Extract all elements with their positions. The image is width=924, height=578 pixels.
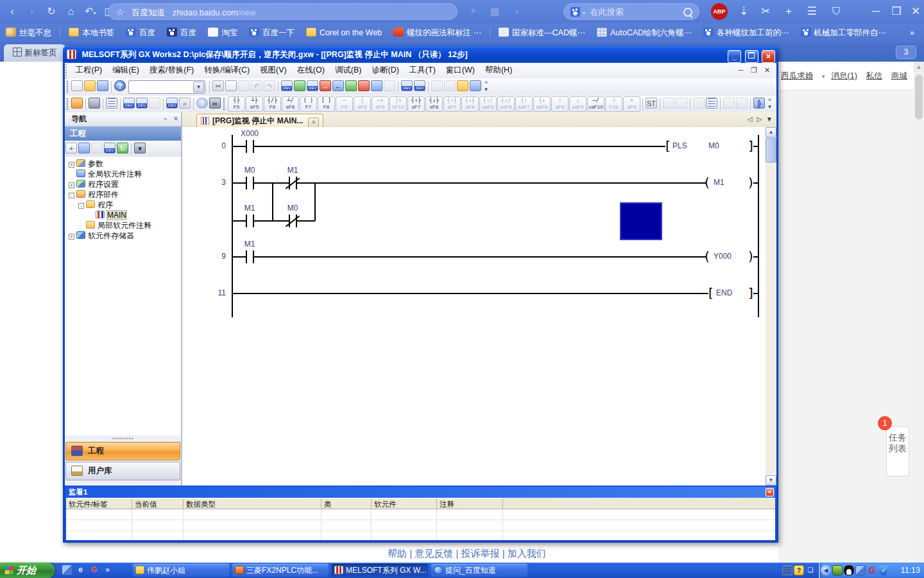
menu-E[interactable]: 编辑(E) bbox=[107, 63, 144, 78]
keyboard-icon[interactable] bbox=[782, 565, 792, 575]
tree-expander-icon[interactable]: + bbox=[69, 182, 74, 188]
watch-empty-row[interactable] bbox=[66, 531, 775, 541]
security-shield-icon[interactable]: ✓ bbox=[878, 565, 889, 575]
ladder-symbol-saF5[interactable]: ┤↑/saF5 bbox=[479, 96, 497, 112]
nav-refresh-icon[interactable]: ↻ bbox=[117, 143, 128, 153]
taskbar-task-2[interactable]: 三菱FX2NPLC功能... bbox=[232, 564, 329, 577]
menu-grip[interactable] bbox=[65, 63, 68, 78]
ladder-symbol-sF5[interactable]: ┴├sF5 bbox=[246, 96, 263, 112]
tree-expander-icon[interactable]: + bbox=[69, 234, 74, 240]
dev-comment-icon[interactable] bbox=[123, 98, 135, 109]
start-button[interactable]: 开始 bbox=[0, 563, 55, 578]
screen-icon[interactable] bbox=[470, 80, 481, 91]
download-icon[interactable]: ⇣ bbox=[733, 0, 755, 23]
farm-game-icon[interactable] bbox=[832, 565, 843, 575]
watch-table-body[interactable] bbox=[66, 509, 775, 540]
tab-scroll-icon[interactable]: ◁ bbox=[748, 116, 753, 123]
page-link[interactable]: 商城 bbox=[891, 71, 907, 80]
splitter-handle[interactable]: ▪▪▪▪▪▪▪▪▪ bbox=[65, 435, 181, 442]
watch-title-bar[interactable]: × 监看1 bbox=[66, 487, 775, 498]
clip-icon[interactable]: ✂ bbox=[755, 0, 776, 23]
editor-vscrollbar[interactable]: ▲ ▼ bbox=[766, 127, 776, 486]
tree-item-程序设置[interactable]: +程序设置 bbox=[65, 179, 181, 189]
page-scrollbar[interactable]: ▲ bbox=[914, 62, 924, 563]
undo-nav-icon[interactable]: ↶▾ bbox=[82, 3, 99, 20]
ladder-symbol-aF5[interactable]: ↑aF5 bbox=[551, 96, 569, 112]
ladder-symbol-saF6[interactable]: ┤↓/saF6 bbox=[497, 96, 515, 112]
monitor-stop-icon[interactable] bbox=[358, 80, 370, 91]
module-icon[interactable] bbox=[89, 98, 100, 109]
back-icon[interactable]: ‹ bbox=[4, 3, 21, 20]
mdi-restore-icon[interactable]: ❐ bbox=[749, 63, 760, 78]
task-list-button[interactable]: 任务列表 bbox=[886, 426, 909, 477]
bookmark-item[interactable]: 国家标准---CAD螺⋯ bbox=[499, 23, 585, 42]
statement-edit-icon[interactable] bbox=[706, 98, 717, 109]
ladder-symbol-F8[interactable]: [ ]F8 bbox=[318, 96, 335, 112]
qrcode-icon[interactable]: ▦ bbox=[486, 3, 503, 20]
tab-count-badge[interactable]: 3 bbox=[896, 46, 916, 59]
monitor-mode-icon[interactable] bbox=[676, 98, 687, 109]
nav-close-icon[interactable]: × bbox=[171, 112, 181, 126]
undo-icon[interactable]: ↶ bbox=[251, 80, 262, 91]
toolbar-grip[interactable] bbox=[66, 80, 70, 93]
tree-display-icon[interactable]: ╠ bbox=[753, 98, 765, 109]
read-plc-icon[interactable] bbox=[294, 80, 305, 91]
browser360-icon[interactable]: G bbox=[89, 565, 99, 575]
mdi-close-icon[interactable]: ✕ bbox=[762, 63, 773, 78]
g360-icon[interactable]: G bbox=[867, 565, 877, 575]
redo-icon[interactable]: ↷ bbox=[264, 80, 275, 91]
bookmark-item[interactable]: 百度一下 bbox=[249, 23, 295, 42]
write-plc-icon[interactable] bbox=[281, 80, 293, 91]
tree-expander-icon[interactable]: - bbox=[69, 193, 74, 198]
app-close-button[interactable]: × bbox=[762, 50, 775, 63]
ladder-symbol-F7[interactable]: ( )F7 bbox=[300, 96, 317, 112]
ime-help-icon[interactable]: ? bbox=[794, 565, 804, 575]
ladder-symbol-sF6[interactable]: ┴/sF6 bbox=[282, 96, 299, 112]
help2-icon[interactable]: ? bbox=[196, 98, 208, 109]
copy-icon[interactable] bbox=[225, 80, 237, 91]
tree-expander-icon[interactable]: + bbox=[69, 162, 74, 168]
refresh-icon[interactable]: ↻ bbox=[43, 3, 60, 20]
media-player-icon[interactable] bbox=[62, 565, 73, 575]
watch-column-header[interactable]: 当前值 bbox=[132, 498, 184, 509]
dev-cclink-icon[interactable] bbox=[149, 98, 160, 109]
ladder-canvas[interactable]: 0X000[PLSM0]3M0M1M1M0(M1)9M1(Y000)11[END… bbox=[182, 127, 766, 486]
watch-column-header[interactable]: 注释 bbox=[437, 498, 503, 509]
app-minimize-button[interactable]: _ bbox=[728, 50, 741, 63]
bookmark-item[interactable]: 各种螺纹加工前的⋯ bbox=[703, 23, 789, 42]
search-icon[interactable] bbox=[683, 8, 692, 17]
menu-H[interactable]: 帮助(H) bbox=[480, 63, 517, 78]
menu-F[interactable]: 搜索/替换(F) bbox=[144, 63, 199, 78]
ladder-symbol-cF9[interactable]: ─×cF9 bbox=[372, 96, 389, 112]
find-prev-icon[interactable] bbox=[723, 98, 735, 109]
page-link[interactable]: 私信 bbox=[866, 71, 882, 80]
ladder-symbol-F5[interactable]: ┤├F5 bbox=[228, 96, 245, 112]
toolbar-overflow-icon[interactable]: »▾ bbox=[766, 96, 774, 112]
tree-item-程序[interactable]: -程序 bbox=[65, 200, 181, 210]
toolbar-overflow-icon[interactable]: »▾ bbox=[482, 79, 490, 94]
device-batch-icon[interactable] bbox=[414, 80, 425, 91]
page-link[interactable]: 西瓜求婚 bbox=[781, 71, 813, 80]
find-next-icon[interactable] bbox=[736, 98, 748, 109]
nav-view-button-工程[interactable]: 工程 bbox=[65, 442, 180, 460]
nav-new-icon[interactable]: + bbox=[65, 143, 77, 153]
ladder-symbol-saF7[interactable]: ┤↑saF7 bbox=[515, 96, 533, 112]
list-view-icon[interactable] bbox=[106, 98, 117, 109]
ladder-symbol-caF10[interactable]: ─/caF10 bbox=[587, 96, 604, 112]
nav-copy-icon[interactable] bbox=[78, 143, 90, 153]
ladder-symbol-aF9[interactable]: ×aF9 bbox=[623, 96, 640, 112]
ladder-symbol-sF8[interactable]: ┤↓├sF8 bbox=[425, 96, 443, 112]
tree-item-全局软元件注释[interactable]: 全局软元件注释 bbox=[65, 169, 181, 179]
menu-W[interactable]: 窗口(W) bbox=[441, 63, 480, 78]
page-link[interactable]: 消息(1) bbox=[832, 71, 857, 80]
network-icon[interactable] bbox=[855, 565, 866, 575]
open-icon[interactable] bbox=[84, 80, 96, 91]
dev-list-icon[interactable] bbox=[136, 98, 148, 109]
vscroll-thumb[interactable] bbox=[766, 138, 776, 162]
bookmark-item[interactable]: 机械加工零部件自⋯ bbox=[801, 23, 887, 42]
menu-O[interactable]: 在线(O) bbox=[292, 63, 330, 78]
taskbar-task-1[interactable]: 伟鹏赵小姐 bbox=[133, 564, 229, 577]
ladder-symbol-sF9[interactable]: │sF9 bbox=[354, 96, 371, 112]
monitor-start-icon[interactable] bbox=[345, 80, 357, 91]
menu-T[interactable]: 工具(T) bbox=[404, 63, 441, 78]
